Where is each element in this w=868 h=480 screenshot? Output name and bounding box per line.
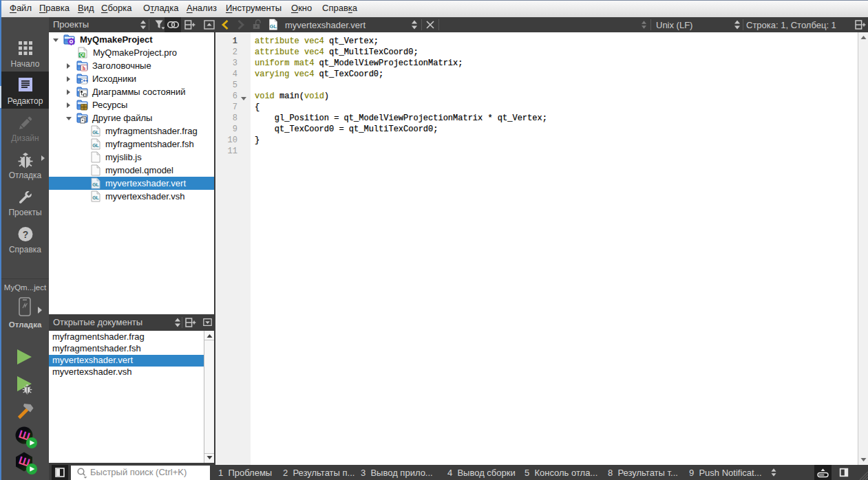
svg-text:GL: GL bbox=[92, 195, 99, 200]
svg-text:GL: GL bbox=[92, 143, 99, 148]
svg-text:GL: GL bbox=[270, 23, 277, 30]
svg-text:GL: GL bbox=[92, 182, 99, 187]
svg-text:Qt: Qt bbox=[79, 52, 85, 58]
svg-text:h: h bbox=[83, 65, 86, 72]
svg-text:GL: GL bbox=[92, 130, 99, 135]
svg-text:C++: C++ bbox=[80, 78, 88, 83]
svg-text:?: ? bbox=[22, 229, 28, 240]
